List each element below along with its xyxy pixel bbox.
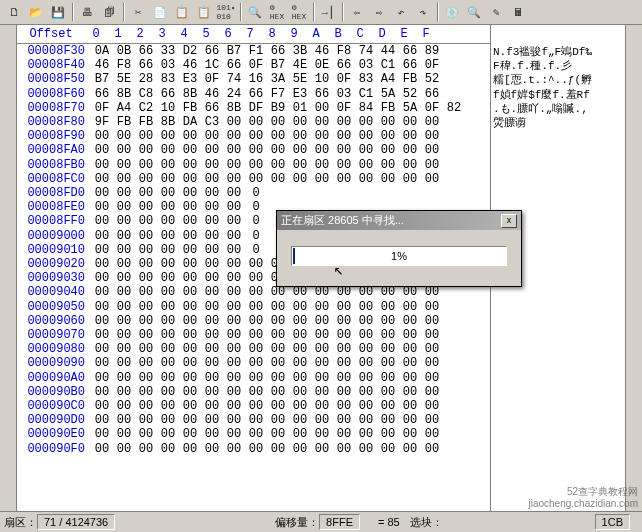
- hex-bytes[interactable]: 00000000000000000000000000000000: [91, 427, 443, 441]
- redo-icon[interactable]: ↷: [413, 2, 433, 22]
- hex-bytes[interactable]: 00000000000000000000000000000000: [91, 442, 443, 456]
- size-value: 1CB: [595, 514, 630, 530]
- hex-bytes[interactable]: 00000000000000000000000000000000: [91, 328, 443, 342]
- hex-row[interactable]: 00008F809FFBFB8BDAC300000000000000000000: [17, 115, 490, 129]
- col-header: 3: [151, 27, 173, 41]
- offset-cell: 00009040: [17, 285, 91, 299]
- hex-bytes[interactable]: 000000000000000: [91, 214, 267, 228]
- open-icon[interactable]: 📂: [26, 2, 46, 22]
- hex-row[interactable]: 000090E000000000000000000000000000000000: [17, 427, 490, 441]
- props-icon[interactable]: 🗐: [99, 2, 119, 22]
- scrollbar-right[interactable]: [625, 25, 642, 511]
- forward-icon[interactable]: ⇨: [369, 2, 389, 22]
- hex-bytes[interactable]: 00000000000000000000000000000000: [91, 356, 443, 370]
- hex-bytes[interactable]: B75E2883E30F74163A5E100F83A4FB52: [91, 72, 443, 86]
- hex-row[interactable]: 00008FA000000000000000000000000000000000: [17, 143, 490, 157]
- col-header: F: [415, 27, 437, 41]
- hex-bytes[interactable]: 000000000000000: [91, 200, 267, 214]
- hex-row[interactable]: 0000907000000000000000000000000000000000: [17, 328, 490, 342]
- hex2-icon[interactable]: ⚙HEX: [289, 2, 309, 22]
- find-icon[interactable]: 🔍: [245, 2, 265, 22]
- hex-bytes[interactable]: 00000000000000000000000000000000: [91, 413, 443, 427]
- offset-cell: 000090F0: [17, 442, 91, 456]
- offset-cell: 000090C0: [17, 399, 91, 413]
- offset-cell: 00009020: [17, 257, 91, 271]
- col-header: 4: [173, 27, 195, 41]
- hex-row[interactable]: 0000904000000000000000000000000000000000: [17, 285, 490, 299]
- calc-icon[interactable]: 🖩: [508, 2, 528, 22]
- offset-cell: 00008F60: [17, 87, 91, 101]
- hex-bytes[interactable]: 00000000000000000000000000000000: [91, 143, 443, 157]
- hex-bytes[interactable]: 00000000000000000000000000000000: [91, 385, 443, 399]
- hex-row[interactable]: 0000905000000000000000000000000000000000: [17, 300, 490, 314]
- offset-cell: 00008F50: [17, 72, 91, 86]
- dialog-titlebar[interactable]: 正在扇区 28605 中寻找... x: [277, 211, 521, 230]
- undo-icon[interactable]: ↶: [391, 2, 411, 22]
- disk-icon[interactable]: 💿: [442, 2, 462, 22]
- hex-row[interactable]: 000090B000000000000000000000000000000000: [17, 385, 490, 399]
- hex-bytes[interactable]: 00000000000000000000000000000000: [91, 314, 443, 328]
- hex-row[interactable]: 000090C000000000000000000000000000000000: [17, 399, 490, 413]
- hex-bytes[interactable]: 00000000000000000000000000000000: [91, 158, 443, 172]
- offset-cell: 00008FD0: [17, 186, 91, 200]
- hex-bytes[interactable]: 00000000000000000000000000000000: [91, 342, 443, 356]
- paste2-icon[interactable]: 📋: [194, 2, 214, 22]
- hex-row[interactable]: 00008F700FA4C210FB668BDFB901000F84FB5A0F…: [17, 101, 490, 115]
- hex-bytes[interactable]: 668BC8668B462466F7E36603C15A5266: [91, 87, 443, 101]
- new-icon[interactable]: 🗋: [4, 2, 24, 22]
- col-header: 7: [239, 27, 261, 41]
- tool-icon[interactable]: ✎: [486, 2, 506, 22]
- hex-row[interactable]: 0000908000000000000000000000000000000000: [17, 342, 490, 356]
- cd-icon[interactable]: 🔍: [464, 2, 484, 22]
- print-icon[interactable]: 🖶: [77, 2, 97, 22]
- save-icon[interactable]: 💾: [48, 2, 68, 22]
- hex-row[interactable]: 000090D000000000000000000000000000000000: [17, 413, 490, 427]
- hex-bytes[interactable]: 00000000000000000000000000000000: [91, 285, 443, 299]
- close-icon[interactable]: x: [501, 214, 517, 228]
- hex-bytes[interactable]: 000000000000000: [91, 243, 267, 257]
- col-header: B: [327, 27, 349, 41]
- offset-label: 偏移量：: [275, 515, 319, 530]
- ascii-line: 糯[恧.t.:^..ƒ(孵: [493, 73, 623, 87]
- ascii-line: N.f3褴骏f„F鴗Df‰: [493, 45, 623, 59]
- back-icon[interactable]: ⇦: [347, 2, 367, 22]
- hex-row[interactable]: 0000906000000000000000000000000000000000: [17, 314, 490, 328]
- hex-row[interactable]: 00008F60668BC8668B462466F7E36603C15A5266: [17, 87, 490, 101]
- hex-row[interactable]: 0000909000000000000000000000000000000000: [17, 356, 490, 370]
- hex-bytes[interactable]: 00000000000000000000000000000000: [91, 129, 443, 143]
- hex-bytes[interactable]: 00000000000000000000000000000000: [91, 371, 443, 385]
- hex-row[interactable]: 000090F000000000000000000000000000000000: [17, 442, 490, 456]
- hex-row[interactable]: 00008F9000000000000000000000000000000000: [17, 129, 490, 143]
- hex-row[interactable]: 00008F50B75E2883E30F74163A5E100F83A4FB52: [17, 72, 490, 86]
- col-header: 9: [283, 27, 305, 41]
- ascii-line: 焈膘谫: [493, 116, 623, 130]
- hex-bytes[interactable]: 46F86603461C660FB74E0E6603C1660F: [91, 58, 443, 72]
- hex-bytes[interactable]: 000000000000000: [91, 229, 267, 243]
- hex-row[interactable]: 00008F300A0B6633D266B7F1663B46F874446689: [17, 44, 490, 58]
- paste-icon[interactable]: 📋: [172, 2, 192, 22]
- hex-row[interactable]: 00008FD0000000000000000: [17, 186, 490, 200]
- offset-cell: 00008F70: [17, 101, 91, 115]
- hex-bytes[interactable]: 0FA4C210FB668BDFB901000F84FB5A0F82: [91, 101, 465, 115]
- hex-row[interactable]: 00008F4046F86603461C660FB74E0E6603C1660F: [17, 58, 490, 72]
- offset-cell: 00009030: [17, 271, 91, 285]
- cut-icon[interactable]: ✂: [128, 2, 148, 22]
- offset-cell: 00009000: [17, 229, 91, 243]
- hex-bytes[interactable]: 00000000000000000000000000000000: [91, 399, 443, 413]
- col-header: 8: [261, 27, 283, 41]
- scrollbar-left[interactable]: [0, 25, 17, 511]
- offset-cell: 00009080: [17, 342, 91, 356]
- hex-row[interactable]: 00008FC000000000000000000000000000000000: [17, 172, 490, 186]
- hex-bytes[interactable]: 000000000000000: [91, 186, 267, 200]
- hex-bytes[interactable]: 00000000000000000000000000000000: [91, 300, 443, 314]
- goto-icon[interactable]: →⎮: [318, 2, 338, 22]
- hex-bytes[interactable]: 00000000000000000000000000000000: [91, 172, 443, 186]
- hex-bytes[interactable]: 0A0B6633D266B7F1663B46F874446689: [91, 44, 443, 58]
- hex-row[interactable]: 000090A000000000000000000000000000000000: [17, 371, 490, 385]
- hex-bytes[interactable]: 9FFBFB8BDAC300000000000000000000: [91, 115, 443, 129]
- hex-row[interactable]: 00008FB000000000000000000000000000000000: [17, 158, 490, 172]
- binary-icon[interactable]: 101•010: [216, 2, 236, 22]
- copy-icon[interactable]: 📄: [150, 2, 170, 22]
- col-header: 1: [107, 27, 129, 41]
- hex1-icon[interactable]: ⚙HEX: [267, 2, 287, 22]
